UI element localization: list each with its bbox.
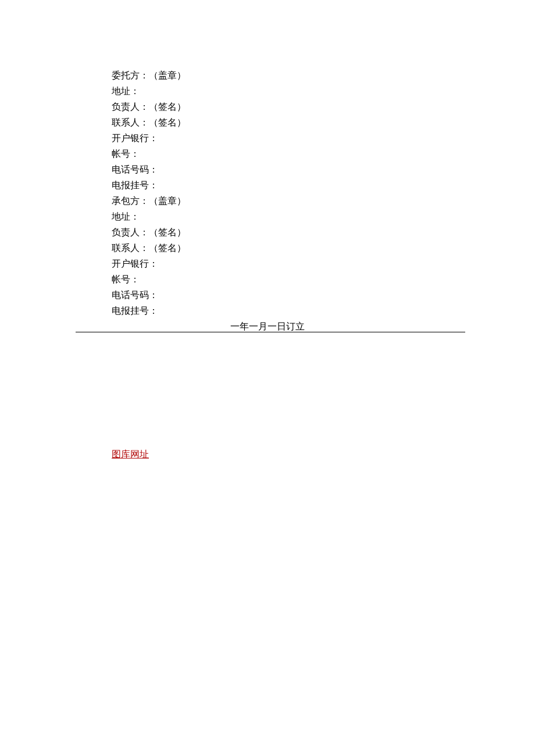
- principal-contact: 联系人：（签名）: [112, 114, 465, 130]
- contractor-bank: 开户银行：: [112, 256, 465, 271]
- principal-account: 帐号：: [112, 146, 465, 162]
- document-body: 委托方：（盖章） 地址： 负责人：（签名） 联系人：（签名） 开户银行： 帐号：…: [0, 0, 535, 318]
- contractor-account: 帐号：: [112, 271, 465, 287]
- principal-phone: 电话号码：: [112, 162, 465, 177]
- contractor-contact: 联系人：（签名）: [112, 240, 465, 256]
- principal-address: 地址：: [112, 83, 465, 99]
- gallery-link[interactable]: 图库网址: [112, 449, 149, 461]
- contractor-address: 地址：: [112, 209, 465, 224]
- principal-title: 委托方：（盖章）: [112, 67, 465, 83]
- contractor-title: 承包方：（盖章）: [112, 193, 465, 209]
- contractor-phone: 电话号码：: [112, 287, 465, 303]
- contractor-responsible: 负责人：（签名）: [112, 224, 465, 240]
- principal-telegram: 电报挂号：: [112, 177, 465, 193]
- contractor-telegram: 电报挂号：: [112, 303, 465, 318]
- principal-responsible: 负责人：（签名）: [112, 99, 465, 114]
- principal-bank: 开户银行：: [112, 130, 465, 146]
